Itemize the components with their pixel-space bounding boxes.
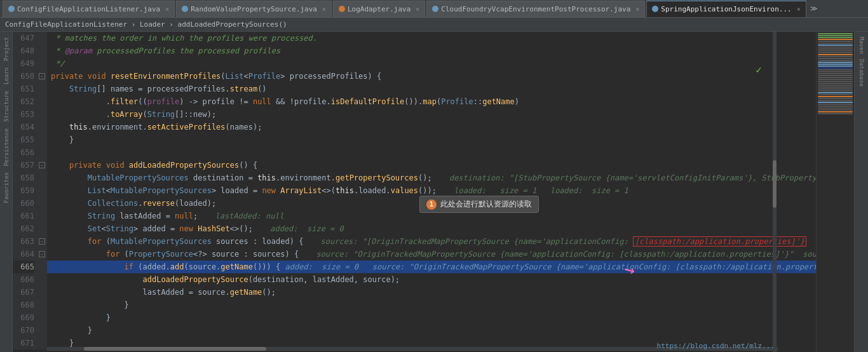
tooltip-text: 此处会进行默认资源的读取	[440, 199, 532, 210]
line-num-670: 670	[13, 324, 34, 337]
code-line-670: }	[47, 324, 816, 337]
code-line-662: Set<String> added = new HashSet<>(); add…	[47, 222, 816, 235]
code-line-665: if (added.add(source.getName())) { added…	[47, 261, 816, 273]
bp-651[interactable]	[38, 83, 47, 95]
bp-664[interactable]: -	[38, 248, 47, 261]
line-num-665: 665	[13, 261, 34, 273]
tab-close-3[interactable]: ×	[416, 6, 419, 13]
bp-653[interactable]	[38, 108, 47, 121]
right-panel: Maven Database	[854, 32, 868, 352]
tab-icon-5	[652, 6, 658, 12]
line-num-655: 655	[13, 133, 34, 146]
bp-652[interactable]	[38, 95, 47, 108]
bp-666[interactable]	[38, 273, 47, 286]
code-area: ✓ 647 648 649 650 651 652 653 654 655 65…	[13, 32, 816, 352]
line-num-667: 667	[13, 286, 34, 299]
breadcrumb: ConfigFileApplicationListener › Loader ›…	[0, 18, 868, 32]
sidebar-maven[interactable]: Maven	[858, 34, 865, 57]
bp-661[interactable]	[38, 210, 47, 222]
tooltip-number: 1	[426, 200, 437, 210]
code-line-652: .filter((profile) -> profile != null && …	[47, 95, 816, 108]
tab-icon-3	[339, 6, 345, 12]
sidebar-structure[interactable]: Structure	[3, 88, 10, 125]
line-num-659: 659	[13, 184, 34, 197]
bp-667[interactable]	[38, 286, 47, 299]
tooltip-balloon: 1 此处会进行默认资源的读取	[419, 196, 539, 213]
bp-657[interactable]: -	[38, 159, 47, 172]
tab-spring-app-json[interactable]: SpringApplicationJsonEnviron... ×	[646, 1, 806, 17]
tab-close-1[interactable]: ×	[165, 6, 169, 13]
tab-icon-4	[432, 6, 438, 12]
sidebar-persistence[interactable]: Persistence	[3, 126, 10, 169]
fold-icon-657[interactable]: -	[39, 162, 45, 168]
fold-icon-663[interactable]: -	[39, 238, 45, 245]
bp-659[interactable]	[38, 184, 47, 197]
tab-config-file[interactable]: ConfigFileApplicationListener.java ×	[3, 1, 175, 17]
bp-665[interactable]	[38, 261, 47, 273]
tab-overflow-icon[interactable]: ≫	[810, 4, 818, 13]
sidebar-database[interactable]: Database	[858, 57, 865, 89]
tab-icon-1	[8, 6, 15, 12]
code-line-666: addLoadedPropertySource(destination, las…	[47, 273, 816, 286]
line-num-656: 656	[13, 146, 34, 159]
tab-close-4[interactable]: ×	[635, 6, 639, 13]
fold-icon-664[interactable]: -	[39, 251, 45, 257]
tab-close-2[interactable]: ×	[322, 6, 326, 13]
tab-label-5: SpringApplicationJsonEnviron...	[661, 5, 791, 13]
code-line-653: .toArray(String[]::new);	[47, 108, 816, 121]
minimap	[816, 32, 854, 352]
code-line-668: }	[47, 299, 816, 311]
code-line-663: for (MutablePropertySources sources : lo…	[47, 235, 816, 248]
code-line-650: private void resetEnvironmentProfiles(Li…	[47, 70, 816, 83]
tab-icon-2	[182, 6, 188, 12]
bp-658[interactable]	[38, 172, 47, 184]
bp-669[interactable]	[38, 311, 47, 324]
scrollbar[interactable]	[773, 32, 776, 352]
breadcrumb-text: ConfigFileApplicationListener › Loader ›…	[5, 20, 287, 29]
code-line-648: * @param processedProfiles the processed…	[47, 44, 816, 57]
bp-648[interactable]	[38, 44, 47, 57]
bp-654[interactable]	[38, 121, 47, 133]
code-line-647: * matches the order in which the profile…	[47, 32, 816, 44]
bp-660[interactable]	[38, 197, 47, 210]
tab-log-adapter[interactable]: LogAdapter.java ×	[333, 1, 425, 17]
line-num-666: 666	[13, 273, 34, 286]
tab-label-3: LogAdapter.java	[348, 5, 410, 13]
tab-random-value[interactable]: RandomValuePropertySource.java ×	[176, 1, 332, 17]
tab-label-4: CloudFoundryVcapEnvironmentPostProcessor…	[441, 5, 630, 13]
bp-668[interactable]	[38, 299, 47, 311]
line-num-662: 662	[13, 222, 34, 235]
code-line-669: }	[47, 311, 816, 324]
bp-663[interactable]: -	[38, 235, 47, 248]
bp-656[interactable]	[38, 146, 47, 159]
sidebar-favorites[interactable]: Favorites	[3, 170, 10, 206]
code-line-658: MutablePropertySources destination = thi…	[47, 172, 816, 184]
scrollbar-thumb[interactable]	[773, 160, 776, 208]
fold-icon-650[interactable]: -	[39, 73, 45, 79]
bp-649[interactable]	[38, 57, 47, 70]
breakpoint-gutter: - - - -	[38, 32, 47, 349]
sidebar-project[interactable]: Project	[3, 34, 10, 64]
line-num-650: 650	[13, 70, 34, 83]
bp-662[interactable]	[38, 222, 47, 235]
editor-container: Project Learn Structure Persistence Favo…	[0, 32, 868, 352]
line-num-649: 649	[13, 57, 34, 70]
bp-655[interactable]	[38, 133, 47, 146]
bp-647[interactable]	[38, 32, 47, 44]
bp-650[interactable]: -	[38, 70, 47, 83]
line-num-651: 651	[13, 83, 34, 95]
h-scroll-thumb[interactable]	[84, 347, 267, 351]
bp-670[interactable]	[38, 324, 47, 337]
code-line-667: lastAdded = source.getName();	[47, 286, 816, 299]
line-num-647: 647	[13, 32, 34, 44]
tab-bar: ConfigFileApplicationListener.java × Ran…	[0, 0, 868, 18]
code-line-655: }	[47, 133, 816, 146]
bp-671[interactable]	[38, 337, 47, 349]
sidebar-learn[interactable]: Learn	[3, 65, 10, 87]
tab-close-5[interactable]: ×	[797, 6, 801, 13]
line-num-661: 661	[13, 210, 34, 222]
code-line-664: for (PropertySource<?> source : sources)…	[47, 248, 816, 261]
line-num-660: 660	[13, 197, 34, 210]
code-line-657: private void addLoadedPropertySources() …	[47, 159, 816, 172]
tab-cloud-foundry[interactable]: CloudFoundryVcapEnvironmentPostProcessor…	[426, 1, 645, 17]
